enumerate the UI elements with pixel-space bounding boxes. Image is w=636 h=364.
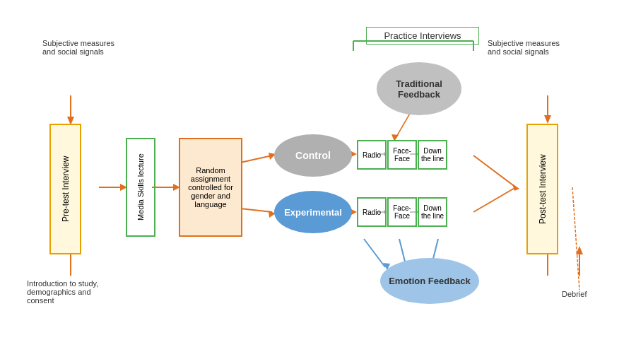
down-line1-box: Down the line bbox=[418, 140, 447, 170]
svg-line-30 bbox=[572, 187, 579, 290]
down-line2-box: Down the line bbox=[418, 197, 447, 227]
label-subjective-top-left: Subjective measures and social signals bbox=[42, 39, 127, 56]
radio1-box: Radio bbox=[357, 140, 387, 170]
svg-line-22 bbox=[364, 239, 385, 267]
svg-line-17 bbox=[473, 187, 516, 212]
label-intro: Introduction to study, demographics and … bbox=[27, 279, 112, 305]
emotion-feedback-oval: Emotion Feedback bbox=[380, 258, 479, 304]
face-face2-box: Face- Face bbox=[387, 197, 417, 227]
pre-test-box: Pre-test Interview bbox=[49, 124, 81, 254]
svg-line-10 bbox=[240, 209, 272, 212]
experimental-oval: Experimental bbox=[274, 191, 352, 233]
svg-line-8 bbox=[240, 155, 272, 163]
control-oval: Control bbox=[274, 134, 352, 177]
radio2-box: Radio bbox=[357, 197, 387, 227]
face-face1-box: Face- Face bbox=[387, 140, 417, 170]
svg-marker-16 bbox=[512, 184, 519, 191]
diagram: Subjective measures and social signals S… bbox=[0, 0, 636, 364]
media-skills-box: Media Skills lecture bbox=[126, 138, 155, 237]
label-debrief: Debrief bbox=[562, 290, 618, 298]
label-subjective-top-right: Subjective measures and social signals bbox=[488, 39, 572, 56]
svg-marker-19 bbox=[544, 115, 551, 124]
post-test-box: Post-test Interview bbox=[526, 124, 558, 254]
traditional-feedback-oval: Traditional Feedback bbox=[377, 62, 461, 115]
svg-line-15 bbox=[473, 155, 516, 187]
label-practice-interviews: Practice Interviews bbox=[366, 27, 479, 45]
svg-marker-29 bbox=[576, 246, 583, 254]
random-assignment-box: Random assignment controlled for gender … bbox=[179, 138, 242, 237]
